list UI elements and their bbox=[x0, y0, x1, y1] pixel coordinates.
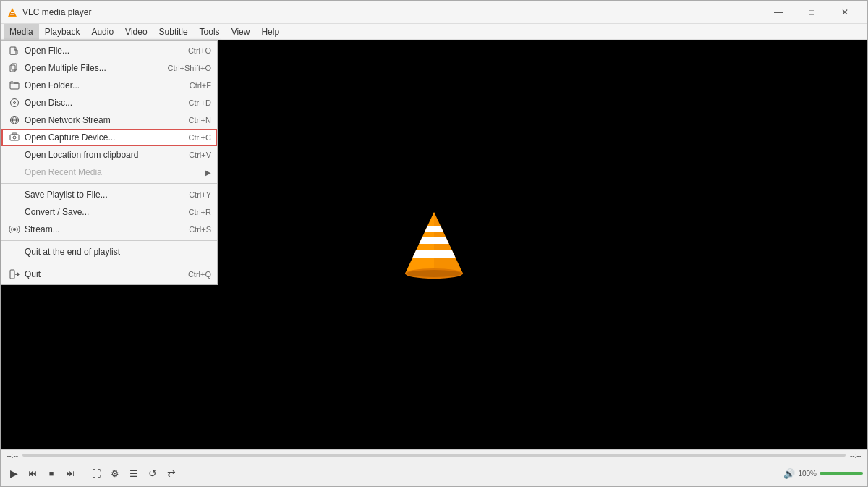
maximize-button[interactable]: □ bbox=[795, 1, 828, 24]
save-playlist-shortcut: Ctrl+Y bbox=[189, 190, 211, 199]
svg-point-8 bbox=[14, 102, 16, 104]
open-multiple-label: Open Multiple Files... bbox=[25, 63, 153, 73]
loop-button[interactable]: ↺ bbox=[144, 465, 161, 482]
random-button[interactable]: ⇄ bbox=[163, 465, 180, 482]
menu-open-multiple[interactable]: Open Multiple Files... Ctrl+Shift+O bbox=[1, 59, 217, 77]
stream-label: Stream... bbox=[25, 224, 174, 234]
close-button[interactable]: ✕ bbox=[828, 1, 861, 24]
open-file-label: Open File... bbox=[25, 46, 174, 56]
menu-open-location[interactable]: Open Location from clipboard Ctrl+V bbox=[1, 146, 217, 164]
window-title: VLC media player bbox=[22, 7, 762, 17]
menu-open-disc[interactable]: Open Disc... Ctrl+D bbox=[1, 94, 217, 111]
volume-area: 🔊 100% bbox=[783, 468, 863, 479]
open-file-shortcut: Ctrl+O bbox=[188, 46, 211, 55]
menu-view[interactable]: View bbox=[226, 24, 256, 40]
menu-audio[interactable]: Audio bbox=[85, 24, 119, 40]
svg-rect-2 bbox=[10, 14, 14, 15]
open-location-shortcut: Ctrl+V bbox=[189, 151, 211, 159]
convert-label: Convert / Save... bbox=[25, 207, 174, 217]
menu-media[interactable]: Media bbox=[4, 24, 39, 40]
open-recent-icon bbox=[7, 166, 22, 178]
open-folder-icon bbox=[7, 80, 22, 91]
convert-icon bbox=[7, 206, 22, 218]
open-folder-label: Open Folder... bbox=[25, 80, 175, 90]
title-bar: VLC media player — □ ✕ bbox=[1, 1, 867, 24]
quit-end-label: Quit at the end of playlist bbox=[25, 247, 197, 257]
fullscreen-button[interactable]: ⛶ bbox=[88, 465, 105, 482]
open-capture-icon bbox=[7, 132, 22, 143]
svg-point-15 bbox=[13, 228, 16, 231]
volume-fill bbox=[820, 472, 863, 475]
open-capture-shortcut: Ctrl+C bbox=[189, 133, 211, 142]
open-network-icon bbox=[7, 114, 22, 126]
stream-shortcut: Ctrl+S bbox=[189, 225, 211, 234]
svg-rect-5 bbox=[10, 65, 15, 72]
prev-button[interactable]: ⏮ bbox=[24, 465, 41, 482]
svg-rect-3 bbox=[11, 12, 14, 13]
open-disc-shortcut: Ctrl+D bbox=[189, 98, 211, 107]
menu-open-file[interactable]: Open File... Ctrl+O bbox=[1, 42, 217, 59]
minimize-button[interactable]: — bbox=[762, 1, 795, 24]
menu-playback[interactable]: Playback bbox=[39, 24, 86, 40]
vlc-cone bbox=[401, 208, 467, 281]
extended-settings-button[interactable]: ⚙ bbox=[106, 465, 124, 482]
time-left: --:-- bbox=[7, 452, 18, 460]
quit-end-icon bbox=[7, 246, 22, 258]
volume-icon: 🔊 bbox=[783, 468, 795, 479]
menu-open-folder[interactable]: Open Folder... Ctrl+F bbox=[1, 77, 217, 94]
menu-save-playlist[interactable]: Save Playlist to File... Ctrl+Y bbox=[1, 186, 217, 203]
open-disc-icon bbox=[7, 97, 22, 109]
quit-icon bbox=[7, 268, 22, 280]
bottom-bar: --:-- --:-- ▶ ⏮ ■ ⏭ ⛶ ⚙ ☰ ↺ ⇄ 🔊 100% bbox=[1, 449, 867, 486]
open-recent-label: Open Recent Media bbox=[25, 167, 205, 177]
menu-open-recent[interactable]: Open Recent Media ▶ bbox=[1, 164, 217, 181]
controls-row: ▶ ⏮ ■ ⏭ ⛶ ⚙ ☰ ↺ ⇄ 🔊 100% bbox=[1, 460, 867, 486]
playlist-button[interactable]: ☰ bbox=[125, 465, 142, 482]
save-playlist-icon bbox=[7, 189, 22, 200]
menu-convert[interactable]: Convert / Save... Ctrl+R bbox=[1, 203, 217, 221]
open-network-shortcut: Ctrl+N bbox=[189, 116, 211, 124]
svg-rect-4 bbox=[10, 47, 16, 54]
svg-point-13 bbox=[13, 136, 16, 139]
stop-button[interactable]: ■ bbox=[43, 465, 60, 482]
menu-video[interactable]: Video bbox=[119, 24, 153, 40]
convert-shortcut: Ctrl+R bbox=[189, 208, 211, 216]
open-file-icon bbox=[7, 45, 22, 56]
next-button[interactable]: ⏭ bbox=[61, 465, 79, 482]
svg-rect-21 bbox=[405, 250, 463, 258]
separator-1 bbox=[1, 183, 217, 184]
svg-rect-6 bbox=[12, 64, 17, 70]
open-location-label: Open Location from clipboard bbox=[25, 150, 174, 160]
svg-point-7 bbox=[11, 99, 19, 107]
open-recent-arrow: ▶ bbox=[205, 169, 211, 177]
menu-stream[interactable]: Stream... Ctrl+S bbox=[1, 221, 217, 238]
open-capture-label: Open Capture Device... bbox=[25, 132, 174, 143]
open-location-icon bbox=[7, 149, 22, 161]
play-button[interactable]: ▶ bbox=[5, 465, 22, 482]
menu-open-capture[interactable]: Open Capture Device... Ctrl+C bbox=[1, 129, 217, 146]
save-playlist-label: Save Playlist to File... bbox=[25, 190, 174, 200]
menu-open-network[interactable]: Open Network Stream Ctrl+N bbox=[1, 111, 217, 129]
volume-label: 100% bbox=[798, 470, 817, 478]
progress-track[interactable] bbox=[22, 454, 846, 457]
volume-track[interactable] bbox=[820, 472, 863, 475]
progress-bar-container: --:-- --:-- bbox=[1, 450, 867, 460]
separator-2 bbox=[1, 240, 217, 241]
menu-subtitle[interactable]: Subtitle bbox=[153, 24, 194, 40]
menu-tools[interactable]: Tools bbox=[194, 24, 226, 40]
open-multiple-shortcut: Ctrl+Shift+O bbox=[167, 64, 211, 72]
svg-rect-14 bbox=[12, 133, 17, 135]
menu-quit-end[interactable]: Quit at the end of playlist bbox=[1, 243, 217, 261]
window-controls: — □ ✕ bbox=[762, 1, 861, 24]
vlc-window: VLC media player — □ ✕ Media Playback Au… bbox=[0, 0, 868, 487]
menu-help[interactable]: Help bbox=[255, 24, 285, 40]
menu-quit[interactable]: Quit Ctrl+Q bbox=[1, 266, 217, 283]
separator-3 bbox=[1, 263, 217, 263]
svg-rect-23 bbox=[421, 226, 447, 232]
svg-rect-22 bbox=[412, 237, 456, 244]
svg-rect-16 bbox=[10, 270, 14, 279]
menu-bar: Media Playback Audio Video Subtitle Tool… bbox=[1, 24, 867, 40]
svg-point-25 bbox=[407, 270, 461, 277]
open-multiple-icon bbox=[7, 62, 22, 74]
app-icon bbox=[7, 7, 18, 18]
